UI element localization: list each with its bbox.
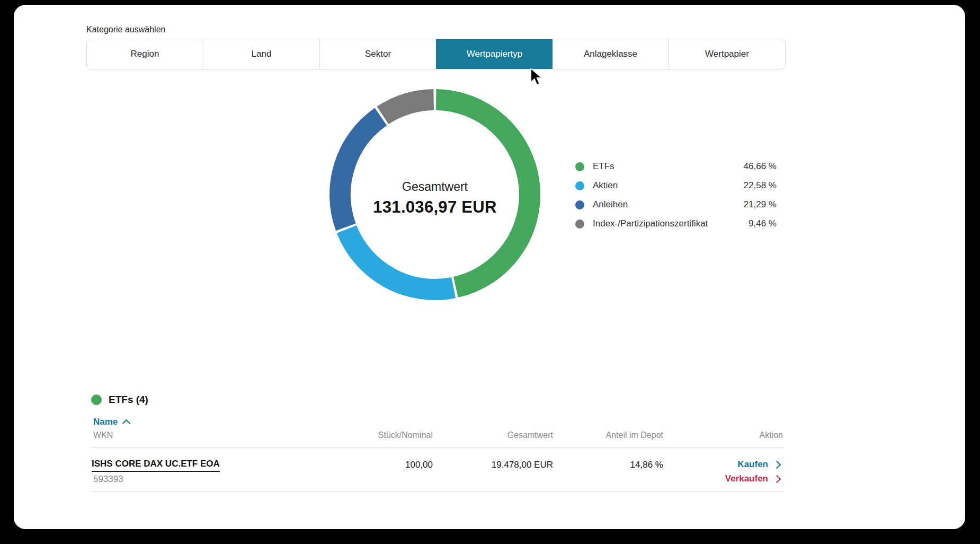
column-header-qty: Stück/Nominal xyxy=(378,431,433,440)
tab-anlageklasse[interactable]: Anlageklasse xyxy=(553,39,669,69)
legend-label: Anleihen xyxy=(593,199,628,210)
column-header-wkn: WKN xyxy=(93,431,113,440)
legend-dot-zertifikat xyxy=(575,220,584,229)
holding-name-link[interactable]: ISHS CORE DAX UC.ETF EOA xyxy=(92,459,220,472)
legend-dot-anleihen xyxy=(575,200,584,209)
legend-label: Index-/Partizipationszertifikat xyxy=(593,218,708,229)
column-header-total: Gesamtwert xyxy=(507,431,553,440)
sort-label: Name xyxy=(93,417,118,427)
holdings-section-title: ETFs (4) xyxy=(109,394,148,406)
donut-segment-1[interactable] xyxy=(346,229,453,289)
chevron-up-icon xyxy=(122,419,131,427)
legend-item: Anleihen 21,29 % xyxy=(575,195,777,214)
category-tabbar: Region Land Sektor Wertpapiertyp Anlagek… xyxy=(86,39,786,69)
buy-label: Kaufen xyxy=(737,459,768,470)
legend-value: 22,58 % xyxy=(744,180,777,191)
screen: { "category_picker": { "label": "Kategor… xyxy=(0,0,980,544)
chevron-right-icon xyxy=(773,460,781,469)
legend-label: ETFs xyxy=(593,161,614,172)
holding-qty: 100,00 xyxy=(405,460,433,470)
holdings-section-header: ETFs (4) xyxy=(91,394,148,406)
sell-label: Verkaufen xyxy=(725,473,768,484)
legend-value: 46,66 % xyxy=(744,161,777,172)
column-header-action: Aktion xyxy=(760,431,783,440)
chart-center: Gesamtwert 131.036,97 EUR xyxy=(329,180,541,217)
holding-total: 19.478,00 EUR xyxy=(492,460,553,470)
sell-link[interactable]: Verkaufen xyxy=(725,473,780,484)
donut-segment-3[interactable] xyxy=(382,100,433,116)
category-picker-label: Kategorie auswählen xyxy=(86,25,165,34)
chevron-right-icon xyxy=(773,475,781,483)
total-value: 131.036,97 EUR xyxy=(329,198,541,217)
chart-legend: ETFs 46,66 % Aktien 22,58 % Anleihen 21,… xyxy=(575,157,777,233)
legend-value: 9,46 % xyxy=(749,218,777,229)
legend-item: Aktien 22,58 % xyxy=(575,176,777,195)
tab-land[interactable]: Land xyxy=(203,39,319,69)
column-header-share: Anteil im Depot xyxy=(606,431,664,440)
section-dot-etfs xyxy=(91,394,102,405)
mouse-cursor xyxy=(530,68,546,86)
portfolio-card: Kategorie auswählen Region Land Sektor W… xyxy=(14,5,965,529)
tab-wertpapiertyp[interactable]: Wertpapiertyp xyxy=(436,39,553,69)
total-value-label: Gesamtwert xyxy=(329,180,541,194)
tab-region[interactable]: Region xyxy=(87,39,203,69)
legend-label: Aktien xyxy=(593,180,618,191)
legend-dot-etfs xyxy=(575,162,584,171)
holding-wkn: 593393 xyxy=(93,474,123,485)
sort-by-name[interactable]: Name xyxy=(93,417,129,427)
row-divider xyxy=(92,492,784,492)
header-divider xyxy=(92,447,784,448)
tab-wertpapier[interactable]: Wertpapier xyxy=(669,39,785,69)
buy-link[interactable]: Kaufen xyxy=(737,459,780,470)
legend-value: 21,29 % xyxy=(744,199,777,210)
legend-item: Index-/Partizipationszertifikat 9,46 % xyxy=(575,214,777,233)
legend-dot-aktien xyxy=(575,181,584,190)
tab-sektor[interactable]: Sektor xyxy=(319,39,436,69)
holding-share: 14,86 % xyxy=(630,460,663,470)
legend-item: ETFs 46,66 % xyxy=(575,157,777,176)
